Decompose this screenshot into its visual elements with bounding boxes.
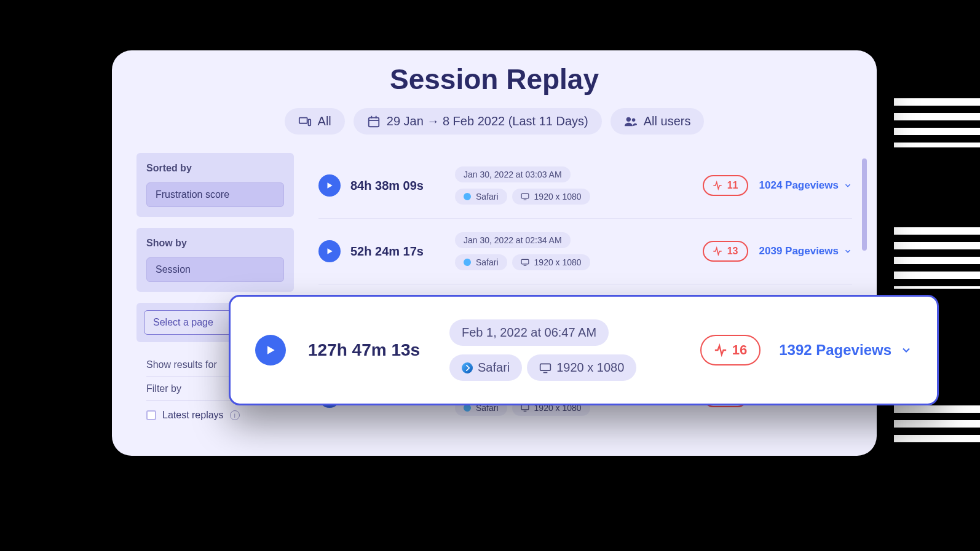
svg-rect-10 xyxy=(521,259,529,264)
session-duration: 52h 24m 17s xyxy=(350,244,455,259)
devices-icon xyxy=(298,115,312,128)
timestamp-chip: Feb 1, 2022 at 06:47 AM xyxy=(449,319,609,346)
frustration-score-badge: 11 xyxy=(703,175,748,196)
tag-row: Safari 1920 x 1080 xyxy=(455,254,590,270)
date-range-label: 29 Jan → 8 Feb 2022 (Last 11 Days) xyxy=(387,114,588,128)
activity-icon xyxy=(713,246,722,256)
svg-point-7 xyxy=(632,118,636,122)
latest-replays-checkbox[interactable]: Latest replays i xyxy=(146,410,284,421)
show-results-label: Show results for xyxy=(146,359,217,370)
session-right: 13 2039 Pageviews xyxy=(703,241,852,262)
svg-rect-0 xyxy=(299,117,307,123)
sorted-by-label: Sorted by xyxy=(146,163,284,174)
timestamp-chip: Jan 30, 2022 at 03:03 AM xyxy=(455,166,571,182)
info-icon[interactable]: i xyxy=(230,410,240,420)
pageviews-toggle[interactable]: 1392 Pageviews xyxy=(779,342,912,359)
resolution-chip: 1920 x 1080 xyxy=(512,189,590,205)
session-duration: 84h 38m 09s xyxy=(350,179,455,193)
users-filter-label: All users xyxy=(644,114,691,128)
timestamp-chip: Jan 30, 2022 at 02:34 AM xyxy=(455,232,571,248)
session-right: 11 1024 Pageviews xyxy=(703,175,852,196)
activity-icon xyxy=(713,181,722,190)
resolution-chip: 1920 x 1080 xyxy=(512,254,590,270)
sorted-by-select[interactable]: Frustration score xyxy=(146,182,284,207)
play-button[interactable] xyxy=(318,240,341,262)
session-row[interactable]: 84h 38m 09s Jan 30, 2022 at 03:03 AM Saf… xyxy=(318,153,852,219)
play-button[interactable] xyxy=(255,335,286,365)
highlighted-session-card[interactable]: 127h 47m 13s Feb 1, 2022 at 06:47 AM Saf… xyxy=(229,295,939,405)
users-icon xyxy=(624,115,638,128)
session-right: 16 1392 Pageviews xyxy=(700,335,912,365)
svg-rect-1 xyxy=(308,119,310,125)
session-meta: Jan 30, 2022 at 03:03 AM Safari 1920 x 1… xyxy=(455,166,703,205)
play-icon xyxy=(264,344,277,356)
svg-rect-12 xyxy=(521,405,529,410)
browser-chip: Safari xyxy=(455,254,507,270)
session-meta: Jan 30, 2022 at 02:34 AM Safari 1920 x 1… xyxy=(455,232,703,270)
date-range-filter[interactable]: 29 Jan → 8 Feb 2022 (Last 11 Days) xyxy=(354,108,602,135)
svg-rect-2 xyxy=(369,117,379,127)
chevron-down-icon xyxy=(900,344,912,356)
scrollbar-thumb[interactable] xyxy=(862,158,867,251)
page-title: Session Replay xyxy=(112,63,877,96)
play-icon xyxy=(325,247,334,256)
frustration-score-badge: 13 xyxy=(703,241,748,262)
checkbox-icon xyxy=(146,410,156,420)
pageviews-toggle[interactable]: 2039 Pageviews xyxy=(759,245,852,257)
latest-replays-label: Latest replays xyxy=(162,410,224,421)
play-icon xyxy=(325,181,334,190)
decoration-stripes xyxy=(894,227,980,289)
svg-rect-8 xyxy=(521,193,529,198)
activity-icon xyxy=(714,343,727,357)
users-filter[interactable]: All users xyxy=(611,108,705,135)
frustration-score-badge: 16 xyxy=(700,335,761,365)
play-button[interactable] xyxy=(318,174,341,197)
pageviews-toggle[interactable]: 1024 Pageviews xyxy=(759,179,852,192)
browser-chip: Safari xyxy=(449,354,522,381)
session-row[interactable]: 52h 24m 17s Jan 30, 2022 at 02:34 AM Saf… xyxy=(318,219,852,284)
filter-by-label: Filter by xyxy=(146,383,181,394)
decoration-stripes xyxy=(894,98,980,147)
session-duration: 127h 47m 13s xyxy=(308,340,437,360)
chevron-down-icon xyxy=(844,181,852,190)
monitor-icon xyxy=(521,192,529,201)
filters-row: All 29 Jan → 8 Feb 2022 (Last 11 Days) A… xyxy=(112,108,877,135)
svg-rect-14 xyxy=(540,364,551,370)
safari-icon xyxy=(464,259,471,266)
tag-row: Safari 1920 x 1080 xyxy=(449,354,636,381)
monitor-icon xyxy=(539,362,551,374)
monitor-icon xyxy=(521,258,529,267)
tag-row: Safari 1920 x 1080 xyxy=(455,189,590,205)
safari-icon xyxy=(462,362,473,373)
show-by-label: Show by xyxy=(146,238,284,249)
chevron-down-icon xyxy=(844,247,852,256)
session-meta: Feb 1, 2022 at 06:47 AM Safari 1920 x 10… xyxy=(449,319,688,381)
resolution-chip: 1920 x 1080 xyxy=(527,354,636,381)
browser-chip: Safari xyxy=(455,189,507,205)
device-filter[interactable]: All xyxy=(285,108,345,135)
svg-point-6 xyxy=(626,117,630,121)
show-by-select[interactable]: Session xyxy=(146,257,284,282)
show-by-panel: Show by Session xyxy=(136,228,294,292)
sorted-by-panel: Sorted by Frustration score xyxy=(136,153,294,217)
safari-icon xyxy=(464,193,471,200)
decoration-stripes xyxy=(894,405,980,442)
device-filter-label: All xyxy=(318,114,331,128)
calendar-icon xyxy=(367,115,381,128)
